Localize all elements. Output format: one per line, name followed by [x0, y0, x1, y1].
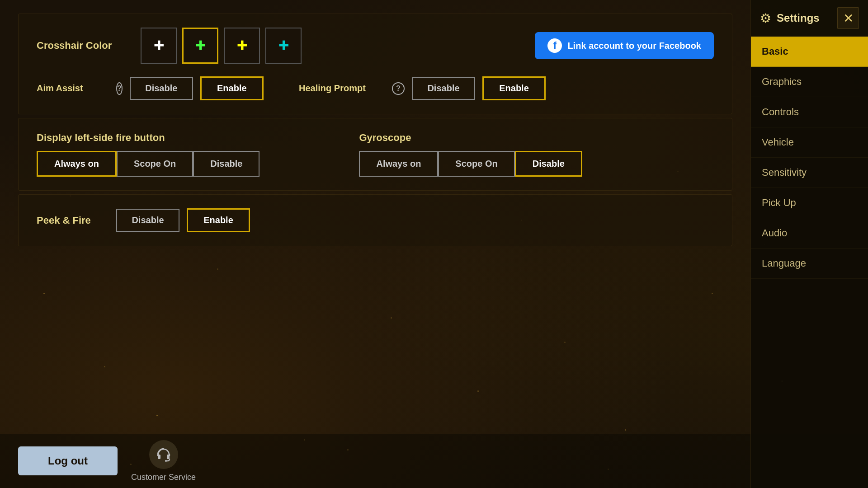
facebook-link-label: Link account to your Facebook — [567, 41, 701, 51]
customer-service-button[interactable]: Customer Service — [131, 440, 196, 482]
gyroscope-section: Gyroscope Always on Scope On Disable — [359, 132, 582, 177]
gyroscope-always[interactable]: Always on — [359, 151, 438, 177]
aim-assist-disable-btn[interactable]: Disable — [130, 77, 193, 100]
svg-rect-1 — [167, 455, 170, 459]
sidebar-item-graphics[interactable]: Graphics — [751, 67, 868, 97]
aim-assist-help-icon[interactable]: ? — [116, 82, 123, 95]
facebook-icon: f — [547, 38, 562, 53]
crosshair-green-icon: ✚ — [195, 39, 206, 52]
fire-button-options: Always on Scope On Disable — [37, 151, 259, 177]
healing-prompt-disable-btn[interactable]: Disable — [412, 77, 475, 100]
svg-point-2 — [165, 460, 167, 462]
crosshair-options: ✚ ✚ ✚ ✚ — [141, 28, 302, 64]
crosshair-label: Crosshair Color — [37, 40, 127, 52]
sidebar-item-audio[interactable]: Audio — [751, 218, 868, 249]
peek-fire-enable-btn[interactable]: Enable — [187, 208, 250, 232]
svg-rect-0 — [158, 455, 160, 459]
sidebar-title-wrap: ⚙ Settings — [760, 11, 820, 26]
bottom-bar: Log out Customer Service — [0, 434, 868, 488]
crosshair-green-btn[interactable]: ✚ — [182, 28, 218, 64]
sidebar-item-sensitivity[interactable]: Sensitivity — [751, 158, 868, 188]
healing-prompt-help-icon[interactable]: ? — [392, 82, 405, 95]
fire-button-section: Display left-side fire button Always on … — [37, 132, 259, 177]
settings-sidebar: ⚙ Settings ✕ Basic Graphics Controls Veh… — [750, 0, 868, 488]
fire-btn-scope[interactable]: Scope On — [117, 151, 193, 177]
gyroscope-disable[interactable]: Disable — [515, 151, 582, 177]
crosshair-white-icon: ✚ — [154, 39, 164, 52]
fire-btn-always[interactable]: Always on — [37, 151, 117, 177]
aim-assist-enable-btn[interactable]: Enable — [200, 76, 264, 100]
aim-assist-group: Aim Assist ? Disable Enable — [37, 76, 263, 100]
logout-button[interactable]: Log out — [18, 446, 118, 475]
sidebar-menu: Basic Graphics Controls Vehicle Sensitiv… — [751, 37, 868, 488]
crosshair-yellow-icon: ✚ — [237, 39, 247, 52]
gyroscope-scope[interactable]: Scope On — [438, 151, 514, 177]
crosshair-cyan-btn[interactable]: ✚ — [265, 28, 302, 64]
facebook-link-btn[interactable]: f Link account to your Facebook — [535, 32, 714, 59]
close-button[interactable]: ✕ — [837, 7, 859, 29]
fire-btn-disable[interactable]: Disable — [193, 151, 259, 177]
healing-prompt-group: Healing Prompt ? Disable Enable — [299, 76, 714, 100]
crosshair-cyan-icon: ✚ — [278, 39, 289, 52]
peek-fire-section: Peek & Fire Disable Enable — [18, 194, 732, 246]
sidebar-header: ⚙ Settings ✕ — [751, 0, 868, 37]
peek-fire-label: Peek & Fire — [37, 215, 109, 226]
crosshair-white-btn[interactable]: ✚ — [141, 28, 177, 64]
settings-gear-icon: ⚙ — [760, 11, 771, 26]
aim-assist-label: Aim Assist — [37, 83, 109, 94]
healing-prompt-enable-btn[interactable]: Enable — [482, 76, 546, 100]
healing-prompt-label: Healing Prompt — [299, 83, 385, 94]
sidebar-item-controls[interactable]: Controls — [751, 97, 868, 127]
sidebar-title: Settings — [777, 12, 820, 24]
crosshair-yellow-btn[interactable]: ✚ — [224, 28, 260, 64]
gyroscope-options: Always on Scope On Disable — [359, 151, 582, 177]
gyroscope-label: Gyroscope — [359, 132, 582, 144]
sidebar-item-vehicle[interactable]: Vehicle — [751, 127, 868, 158]
sidebar-item-language[interactable]: Language — [751, 249, 868, 279]
sidebar-item-basic[interactable]: Basic — [751, 37, 868, 67]
headset-icon — [149, 440, 178, 469]
customer-service-label: Customer Service — [131, 473, 196, 482]
sidebar-item-pickup[interactable]: Pick Up — [751, 188, 868, 218]
peek-fire-disable-btn[interactable]: Disable — [116, 209, 179, 232]
fire-button-label: Display left-side fire button — [37, 132, 259, 144]
